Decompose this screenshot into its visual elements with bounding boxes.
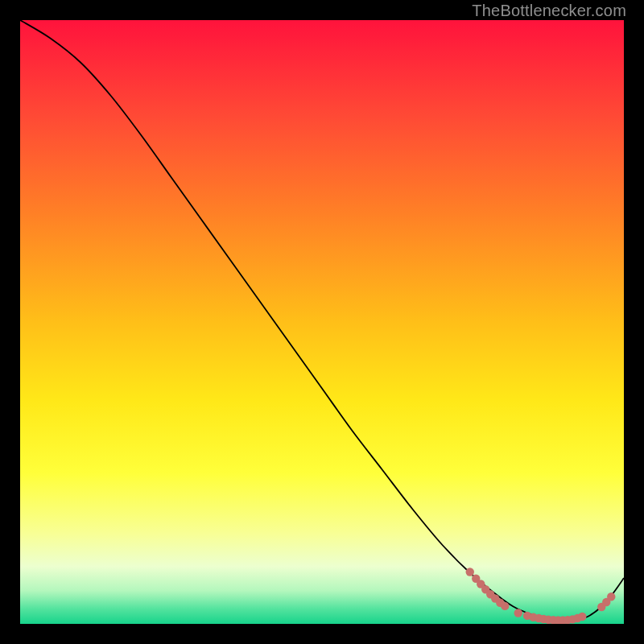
highlight-dot: [514, 609, 522, 617]
highlight-dot: [501, 602, 509, 610]
chart-container: TheBottlenecker.com: [0, 0, 644, 644]
plot-area: [20, 20, 624, 624]
highlight-dot: [607, 592, 615, 601]
attribution-text: TheBottlenecker.com: [472, 2, 626, 20]
highlight-dot: [578, 613, 586, 621]
chart-svg: [20, 20, 624, 624]
highlight-dot: [466, 568, 474, 576]
gradient-background: [20, 20, 624, 624]
